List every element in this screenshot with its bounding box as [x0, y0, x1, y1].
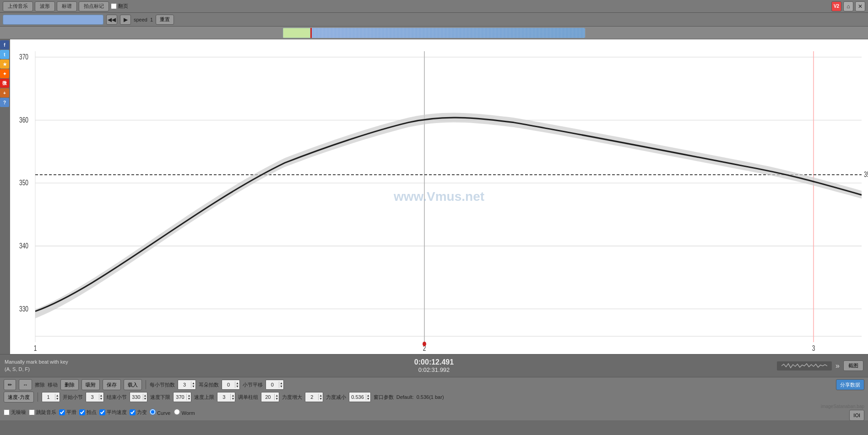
force-dec-arrows[interactable]: ▲ ▼	[318, 394, 323, 400]
low-speed-arrows[interactable]: ▲ ▼	[143, 394, 147, 400]
low-speed-input[interactable]: 330 ▲ ▼	[130, 392, 148, 402]
small-bar-input[interactable]: 0 ▲ ▼	[266, 380, 284, 390]
ear-beat-input[interactable]: 0 ▲ ▼	[222, 380, 240, 390]
twitter-icon[interactable]: t	[0, 50, 9, 59]
force-dec-input[interactable]: 2 ▲ ▼	[305, 392, 323, 402]
upload-music-button[interactable]: 上传音乐	[3, 1, 33, 11]
absorb-button[interactable]: 吸附	[81, 379, 100, 390]
column-arrows[interactable]: ▲ ▼	[230, 394, 235, 400]
page-turn-checkbox[interactable]	[111, 3, 117, 9]
smooth-check-label[interactable]: 平滑	[59, 409, 76, 416]
beat-checkbox[interactable]	[79, 409, 85, 415]
worm-radio-label[interactable]: Worm	[174, 409, 195, 416]
close-icon[interactable]: ✕	[855, 1, 865, 11]
high-speed-arrows[interactable]: ▲ ▼	[186, 394, 191, 400]
force-checkbox[interactable]	[130, 409, 136, 415]
waveform-container[interactable]	[283, 28, 585, 38]
min-beat-down[interactable]: ▼	[191, 385, 195, 388]
erase-label: 擦除	[35, 381, 45, 388]
favorites-icon[interactable]: ★	[0, 59, 9, 69]
waveform-bar	[0, 27, 868, 39]
default-val: 0.536(1 bar)	[417, 394, 444, 400]
add-icon[interactable]: +	[0, 88, 9, 97]
noise2-check-label[interactable]: 跳陡音乐	[29, 409, 56, 416]
curve-radio[interactable]	[150, 409, 156, 415]
noise-check-label[interactable]: 无噪噪	[4, 409, 26, 416]
ctrl-row1: ✏ ↔ 擦除 移动 删除 吸附 保存 载入 每小节拍数 3 ▲ ▼ 耳朵拍数 0…	[4, 379, 864, 390]
small-bar-down[interactable]: ▼	[279, 385, 283, 388]
high-speed-input[interactable]: 370 ▲ ▼	[173, 392, 191, 402]
end-bar-input[interactable]: 3 ▲ ▼	[86, 392, 104, 402]
avg-speed-check-label[interactable]: 平均速度	[99, 409, 127, 416]
start-bar-input[interactable]: 1 ▲ ▼	[42, 392, 60, 402]
noise2-checkbox[interactable]	[29, 409, 35, 415]
weibo-icon[interactable]: 微	[0, 79, 9, 88]
min-beat-up[interactable]: ▲	[191, 381, 195, 385]
prev-button[interactable]: ◀◀	[106, 15, 117, 25]
help-icon[interactable]: ?	[0, 98, 9, 107]
status-line2: (A, S, D, F)	[5, 366, 414, 373]
noise-checkbox[interactable]	[4, 409, 10, 415]
small-bar-up[interactable]: ▲	[279, 381, 283, 385]
screenshot-button[interactable]: 截图	[843, 360, 863, 371]
home-icon[interactable]: ⌂	[843, 1, 853, 11]
status-bar: Manually mark beat with key (A, S, D, F)…	[0, 354, 868, 377]
force-dec-label: 力度减小	[326, 394, 346, 401]
smooth-checkbox[interactable]	[59, 409, 65, 415]
svg-text:330: 330	[19, 305, 28, 313]
mini-waveform-svg	[781, 362, 827, 370]
ear-beat-up[interactable]: ▲	[235, 381, 239, 385]
share-data-button[interactable]: 分享数据	[836, 379, 864, 390]
curve-radio-label[interactable]: Curve	[150, 409, 170, 416]
beat-mark-button[interactable]: 拍点标记	[79, 1, 109, 11]
move-button[interactable]: ↔	[19, 379, 32, 390]
delete-button[interactable]: 删除	[60, 379, 79, 390]
window-label: 窗口参数	[374, 394, 394, 401]
move-icon: ↔	[23, 382, 28, 387]
force-inc-arrows[interactable]: ▲ ▼	[274, 394, 279, 400]
score-button[interactable]: 标谱	[57, 1, 77, 11]
ear-beat-arrows[interactable]: ▲ ▼	[235, 381, 239, 388]
force-inc-input[interactable]: 20 ▲ ▼	[261, 392, 279, 402]
start-bar-arrows[interactable]: ▲ ▼	[55, 394, 60, 400]
avg-speed-checkbox[interactable]	[99, 409, 105, 415]
rss-icon[interactable]: ✦	[0, 69, 9, 78]
save-button[interactable]: 保存	[103, 379, 121, 390]
waveform-arrow[interactable]: »	[835, 362, 840, 370]
load-button[interactable]: 载入	[124, 379, 142, 390]
high-speed-label: 速度上限	[194, 394, 214, 401]
force-check-label[interactable]: 力变	[130, 409, 147, 416]
ioi-button[interactable]: IOI	[849, 410, 864, 421]
page-turn-label[interactable]: 翻页	[111, 3, 128, 10]
ctrl-row3: 无噪噪 跳陡音乐 平滑 拍点 平均速度 力变 Curve	[4, 404, 864, 421]
beat-check-label[interactable]: 拍点	[79, 409, 97, 416]
status-right: » 截图	[454, 360, 863, 371]
status-left: Manually mark beat with key (A, S, D, F)	[5, 359, 414, 373]
waveform-waves	[312, 28, 585, 38]
svg-text:360: 360	[19, 116, 28, 124]
song-name-input[interactable]: 苏轼	[3, 15, 103, 25]
ear-beat-down[interactable]: ▼	[235, 385, 239, 388]
waveform-button[interactable]: 波形	[35, 1, 55, 11]
worm-radio[interactable]	[174, 409, 180, 415]
facebook-icon[interactable]: f	[0, 40, 9, 49]
erase-button[interactable]: ✏	[4, 379, 16, 390]
default-label: Default:	[396, 394, 414, 400]
svg-text:1: 1	[34, 344, 37, 353]
column-input[interactable]: 3 ▲ ▼	[217, 392, 235, 402]
min-beat-input[interactable]: 3 ▲ ▼	[178, 380, 196, 390]
reset-button[interactable]: 重置	[156, 15, 174, 25]
start-bar-label: 开始小节	[63, 394, 83, 401]
window-input[interactable]: 0.536 ▲ ▼	[349, 392, 370, 402]
small-bar-arrows[interactable]: ▲ ▼	[279, 381, 283, 388]
min-beat-arrows[interactable]: ▲ ▼	[191, 381, 195, 388]
status-center: 0:00:12.491 0:02:31.992	[414, 358, 454, 373]
waveform-blue-segment	[312, 28, 585, 38]
small-bar-label: 小节平移	[243, 381, 263, 388]
window-arrows[interactable]: ▲ ▼	[366, 394, 370, 400]
main-area: f t ★ ✦ 微 + ? www.Vmus.net 370	[0, 39, 868, 354]
play-button[interactable]: ▶	[120, 15, 131, 25]
end-bar-arrows[interactable]: ▲ ▼	[99, 394, 103, 400]
v2-icon[interactable]: V2	[831, 1, 841, 11]
speed-force-button[interactable]: 速度-力度	[4, 392, 34, 403]
